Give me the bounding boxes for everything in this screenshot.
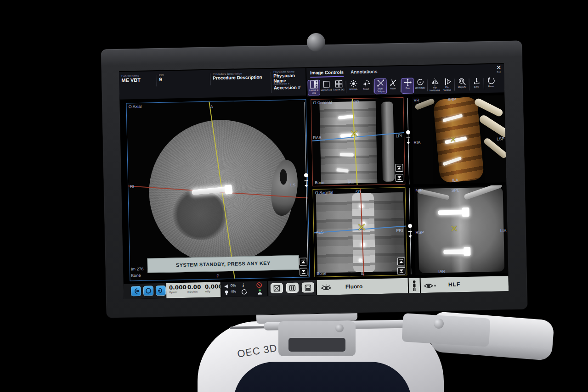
slider-arrow-icon[interactable] xyxy=(304,180,309,187)
viewport-vr[interactable]: VR SRP RIA LSP ILA xyxy=(412,95,506,184)
sagittal-step-up-button[interactable] xyxy=(397,258,405,265)
sagittal-spine-column xyxy=(352,193,376,272)
reset-all-button[interactable]: Reset xyxy=(485,76,498,92)
tab-annotations[interactable]: Annotations xyxy=(351,69,378,74)
coronal-slice-slider[interactable] xyxy=(405,98,412,185)
coronal-step-down-button[interactable] xyxy=(396,174,403,182)
mip-title: MIP xyxy=(415,188,423,192)
sagittal-slice-slider[interactable] xyxy=(407,188,413,274)
slider-handle[interactable] xyxy=(408,224,412,228)
collimator-closed-button[interactable] xyxy=(271,283,283,293)
collimator-iris-icon xyxy=(305,284,311,291)
viewport-coronal[interactable]: O Coronal SPR RAS LPI IAL Bone xyxy=(311,97,405,186)
oblique-reset-button[interactable]: Reset xyxy=(386,78,399,94)
axial-orientation-right: LS xyxy=(290,183,295,187)
save-icon xyxy=(472,77,481,85)
multi-oblique-button[interactable]: Multi-Oblique xyxy=(374,78,387,95)
collimator-leaves-icon xyxy=(289,284,296,291)
carm-position-button-2[interactable] xyxy=(143,286,153,296)
dose-panel: 0.000 Gy/cm² 0.00 mGy/min 0.000 mGy xyxy=(166,282,221,298)
tab-image-controls[interactable]: Image Controls xyxy=(310,70,344,78)
screen: Patient Name ME VBT PID 9 Procedure Desc… xyxy=(119,63,509,299)
flip-horizontal-icon xyxy=(430,78,439,86)
axial-orientation-top: A xyxy=(210,105,213,109)
sagittal-step-down-button[interactable] xyxy=(397,267,405,275)
standby-banner: SYSTEM STANDBY, PRESS ANY KEY xyxy=(147,255,300,273)
multi-oblique-icon xyxy=(376,79,384,87)
patient-name-value: ME VBT xyxy=(121,77,141,83)
carm-icon xyxy=(158,287,164,294)
toolbar-divider xyxy=(346,81,347,93)
wwwl-reset-button[interactable]: Reset xyxy=(359,78,372,95)
axial-orientation-left: RI xyxy=(130,184,134,189)
save-button[interactable]: Save xyxy=(470,76,483,92)
viewport-sagittal[interactable]: O Sagittal SR ALS PRI IL Bone xyxy=(312,187,407,277)
magnify-button[interactable]: Magnify xyxy=(455,77,468,93)
slider-handle[interactable] xyxy=(406,130,410,134)
vr-orientation-bottom: ILA xyxy=(452,178,458,182)
accession-value: Accession # xyxy=(274,85,301,90)
toolbar-divider xyxy=(483,78,484,90)
bracket-knob xyxy=(434,319,444,329)
sagittal-orientation-top: SR xyxy=(355,190,361,194)
viewport-mip[interactable]: MIP SPL RSP LIA IAR xyxy=(413,185,508,275)
pid-value: 9 xyxy=(159,77,164,82)
layout-1-3x1-button[interactable]: Layout 1: 3x1 xyxy=(307,80,320,96)
sagittal-crosshair-marker[interactable] xyxy=(358,224,365,231)
patient-size-panel[interactable] xyxy=(409,278,420,293)
divider xyxy=(271,72,271,93)
orbit-rotate-icon xyxy=(241,289,247,295)
rotate-2d-button[interactable]: 2D Rotate xyxy=(413,78,426,94)
flip-horizontal-button[interactable]: Flip Horizontal xyxy=(428,77,441,93)
info-icon: i xyxy=(243,282,244,288)
layout-1x1-button[interactable]: Layout 1x1 xyxy=(320,79,333,95)
operator-presence-icon xyxy=(257,289,262,295)
slider-arrow-icon[interactable] xyxy=(407,231,413,238)
carm-icon xyxy=(133,288,139,294)
collimator-leaves-button[interactable] xyxy=(286,283,299,293)
step-down-icon xyxy=(397,175,402,180)
exit-button[interactable]: ✕ Exit xyxy=(496,64,501,73)
mip-orientation-left: RSP xyxy=(415,230,424,235)
slider-arrow-icon[interactable] xyxy=(406,137,411,145)
dose-rate-value: 0.00 xyxy=(187,284,201,291)
light-percent: 4% xyxy=(231,290,236,294)
system-indicators-panel: 0% 4% i xyxy=(221,281,268,297)
eye-icon xyxy=(321,284,332,291)
coronal-title: O Coronal xyxy=(313,100,332,105)
step-up-icon xyxy=(396,165,401,170)
flip-vertical-icon xyxy=(443,78,451,86)
close-icon: ✕ xyxy=(496,64,501,70)
viewport-axial[interactable]: O Axial A RI LS P Im 276 Bone SYSTEM STA… xyxy=(126,99,310,281)
slider-handle[interactable] xyxy=(304,173,308,177)
mip-orientation-right: LIA xyxy=(500,228,507,233)
exit-label: Exit xyxy=(496,70,501,73)
mip-screw xyxy=(443,249,465,254)
wwwl-button[interactable]: WW/WL xyxy=(347,79,360,95)
collimator-iris-button[interactable] xyxy=(302,282,314,293)
profile-panel[interactable]: HLF xyxy=(421,276,509,293)
dose-total-unit: mGy xyxy=(205,290,222,293)
coronal-step-up-button[interactable] xyxy=(395,164,403,172)
layout-2x2-button[interactable]: Layout 2x2 xyxy=(332,79,345,95)
statusbar-carm-section xyxy=(124,283,166,299)
carm-position-button-3[interactable] xyxy=(156,286,166,296)
dose-area-value: 0.000 xyxy=(169,285,187,291)
carm-position-button-1[interactable] xyxy=(131,286,141,296)
vr-orientation-top: SRP xyxy=(447,97,456,101)
mip-screw xyxy=(438,210,464,215)
flip-vertical-button[interactable]: Flip Vertical xyxy=(441,77,453,93)
mip-screw-head xyxy=(462,207,469,217)
slider-track xyxy=(304,102,308,276)
toolbar-divider xyxy=(400,80,401,92)
sagittal-orientation-left: ALS xyxy=(316,230,323,235)
layout-1x1-icon xyxy=(322,80,330,88)
pan-button[interactable]: Pan xyxy=(401,78,414,94)
axial-screw-head xyxy=(224,185,232,195)
sagittal-preset-label: Bone xyxy=(317,271,326,275)
coronal-crosshair-marker[interactable] xyxy=(351,130,358,137)
fluoro-mode-panel[interactable]: Fluoro xyxy=(317,278,408,295)
magnify-icon xyxy=(458,77,466,85)
image-controls-panel: Image Controls Annotations ✕ Exit Layout… xyxy=(306,64,504,96)
vr-orientation-left: RIA xyxy=(413,140,420,145)
